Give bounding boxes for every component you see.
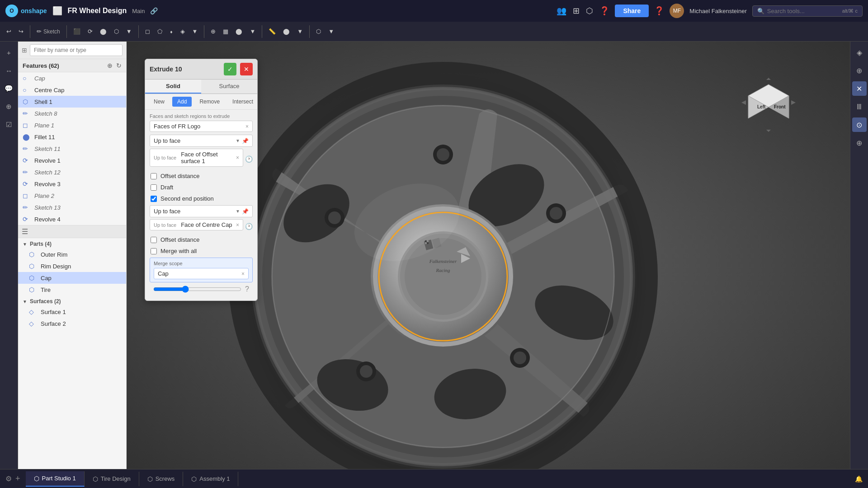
list-item[interactable]: ◻ Plane 1 bbox=[18, 119, 126, 131]
undo-button[interactable]: ↩ bbox=[4, 26, 14, 37]
list-icon[interactable]: ☰ bbox=[22, 227, 28, 236]
tab-surface[interactable]: Surface bbox=[201, 80, 257, 94]
tab-assembly-1[interactable]: ⬡ Assembly 1 bbox=[183, 472, 238, 486]
up-to-face-clear-1[interactable]: × bbox=[236, 155, 239, 161]
apps-icon[interactable]: ⬡ bbox=[586, 6, 593, 16]
origin-button[interactable]: ⊕ bbox=[2, 99, 16, 114]
grid-icon[interactable]: ⊞ bbox=[573, 6, 580, 16]
list-item-outer-rim[interactable]: ⬡ Outer Rim bbox=[18, 249, 126, 260]
rp-properties-button[interactable]: ⊙ bbox=[852, 117, 867, 132]
faces-field[interactable]: Faces of FR Logo × bbox=[150, 121, 253, 132]
list-item[interactable]: ✏ Sketch 8 bbox=[18, 108, 126, 119]
tab-screws[interactable]: ⬡ Screws bbox=[139, 472, 184, 486]
merge-scope-field[interactable]: Cap × bbox=[154, 268, 249, 279]
list-item[interactable]: ✏ Sketch 13 bbox=[18, 202, 126, 213]
mode-remove[interactable]: Remove bbox=[194, 97, 225, 107]
second-end-checkbox[interactable] bbox=[151, 196, 157, 202]
mode-intersect[interactable]: Intersect bbox=[227, 97, 258, 107]
faces-clear-icon[interactable]: × bbox=[245, 123, 249, 130]
confirm-button[interactable]: ✓ bbox=[224, 63, 236, 75]
people-icon[interactable]: 👥 bbox=[557, 6, 566, 16]
revolve-tool-button[interactable]: ⟳ bbox=[85, 26, 95, 37]
redo-button[interactable]: ↪ bbox=[16, 26, 26, 37]
surfaces-section-header[interactable]: ▼ Surfaces (2) bbox=[18, 296, 126, 306]
list-item[interactable]: ○ Cap bbox=[18, 72, 126, 84]
draft-tool-button[interactable]: ◈ bbox=[178, 26, 188, 37]
timeline-slider[interactable] bbox=[153, 286, 241, 293]
rp-more-button[interactable]: ⊕ bbox=[852, 136, 867, 150]
settings-icon[interactable]: ⚙ bbox=[5, 474, 12, 483]
list-item-cap[interactable]: ⬡ Cap bbox=[18, 272, 126, 284]
notifications-icon[interactable]: 🔔 bbox=[855, 475, 863, 483]
extrude-tool-button[interactable]: ⬛ bbox=[71, 26, 83, 37]
offset-distance-checkbox-2[interactable] bbox=[151, 237, 157, 243]
more-tools-3-button[interactable]: ▼ bbox=[294, 26, 306, 37]
pin-icon-1[interactable]: 📌 bbox=[242, 138, 249, 144]
more-tools-2-button[interactable]: ▼ bbox=[247, 26, 258, 37]
clock-icon-2[interactable]: 🕐 bbox=[245, 223, 253, 230]
pattern-tool-button[interactable]: ▦ bbox=[220, 26, 231, 37]
boolean-tool-button[interactable]: ⊕ bbox=[208, 26, 218, 37]
link-icon[interactable]: 🔗 bbox=[150, 7, 158, 14]
chamfer-tool-button[interactable]: ⬠ bbox=[155, 26, 165, 37]
panel-help-icon[interactable]: ? bbox=[245, 285, 249, 293]
list-item[interactable]: ⟳ Revolve 4 bbox=[18, 213, 126, 225]
filter-input[interactable] bbox=[30, 44, 123, 56]
cancel-button[interactable]: ✕ bbox=[240, 63, 253, 75]
add-tab-button[interactable]: + bbox=[15, 474, 20, 483]
more-tools-4-button[interactable]: ▼ bbox=[326, 26, 337, 37]
list-item[interactable]: ◻ Plane 2 bbox=[18, 190, 126, 202]
offset-distance-label-2[interactable]: Offset distance bbox=[160, 236, 199, 243]
rp-display-states-button[interactable]: ◈ bbox=[852, 45, 867, 60]
up-to-face-dropdown-2[interactable]: Up to face ▼ 📌 bbox=[150, 205, 253, 217]
navigation-cube[interactable]: Left Front bbox=[741, 78, 796, 132]
help-icon[interactable]: ❓ bbox=[654, 6, 664, 16]
offset-distance-label-1[interactable]: Offset distance bbox=[160, 173, 199, 179]
sketch-button[interactable]: ✏ Sketch bbox=[34, 26, 63, 37]
draft-label[interactable]: Draft bbox=[160, 184, 173, 191]
mirror-tool-button[interactable]: ⬤ bbox=[233, 26, 245, 37]
transform-button[interactable]: ⬡ bbox=[313, 26, 324, 37]
up-to-face-dropdown-1[interactable]: Up to face ▼ 📌 bbox=[150, 135, 253, 147]
list-item[interactable]: ⬤ Fillet 11 bbox=[18, 131, 126, 143]
mode-new[interactable]: New bbox=[149, 97, 170, 107]
help-circle-icon[interactable]: ❓ bbox=[599, 6, 609, 16]
up-to-face-field-2[interactable]: Up to face Face of Centre Cap × bbox=[150, 219, 243, 230]
sweep-tool-button[interactable]: ⬤ bbox=[97, 26, 109, 37]
merge-with-all-label[interactable]: Merge with all bbox=[160, 248, 197, 254]
measure-tool-button[interactable]: 📏 bbox=[266, 26, 278, 37]
up-to-face-clear-2[interactable]: × bbox=[236, 222, 239, 228]
tab-solid[interactable]: Solid bbox=[145, 80, 201, 94]
tab-tire-design[interactable]: ⬡ Tire Design bbox=[85, 472, 139, 486]
tab-part-studio-1[interactable]: ⬡ Part Studio 1 bbox=[26, 471, 85, 487]
list-item[interactable]: ⟳ Revolve 1 bbox=[18, 155, 126, 166]
list-item[interactable]: ○ Centre Cap bbox=[18, 84, 126, 96]
list-item-surface2[interactable]: ◇ Surface 2 bbox=[18, 318, 126, 329]
add-feature-button[interactable]: + bbox=[2, 45, 16, 60]
list-item-surface1[interactable]: ◇ Surface 1 bbox=[18, 306, 126, 318]
list-item-shell1[interactable]: ⬡ Shell 1 bbox=[18, 96, 126, 108]
share-button[interactable]: Share bbox=[615, 5, 649, 17]
fillet-tool-button[interactable]: ◻ bbox=[142, 26, 153, 37]
checklist-button[interactable]: ☑ bbox=[2, 117, 16, 132]
second-end-label[interactable]: Second end position bbox=[160, 195, 214, 202]
loft-tool-button[interactable]: ⬡ bbox=[111, 26, 122, 37]
rp-appearances-button[interactable]: ⊕ bbox=[852, 63, 867, 78]
refresh-icon[interactable]: ↻ bbox=[116, 62, 122, 69]
merge-scope-clear[interactable]: × bbox=[241, 271, 245, 277]
clock-icon-1[interactable]: 🕐 bbox=[245, 155, 253, 163]
more-modify-button[interactable]: ▼ bbox=[189, 26, 201, 37]
rp-configurations-button[interactable]: Ⅲ bbox=[852, 99, 867, 114]
move-tool-button[interactable]: ↔ bbox=[2, 63, 16, 78]
list-item[interactable]: ✏ Sketch 11 bbox=[18, 143, 126, 155]
up-to-face-field-1[interactable]: Up to face Face of Offset surface 1 × bbox=[150, 149, 243, 167]
list-item[interactable]: ⟳ Revolve 3 bbox=[18, 178, 126, 190]
parts-section-header[interactable]: ▼ Parts (4) bbox=[18, 238, 126, 249]
rp-materials-button[interactable]: ✕ bbox=[852, 81, 867, 96]
list-item[interactable]: ✏ Sketch 12 bbox=[18, 166, 126, 178]
add-feature-icon[interactable]: ⊕ bbox=[107, 62, 113, 69]
pin-icon-2[interactable]: 📌 bbox=[242, 208, 249, 215]
list-item-rim-design[interactable]: ⬡ Rim Design bbox=[18, 260, 126, 272]
render-tool-button[interactable]: ⬤ bbox=[280, 26, 292, 37]
offset-distance-checkbox-1[interactable] bbox=[151, 173, 157, 179]
